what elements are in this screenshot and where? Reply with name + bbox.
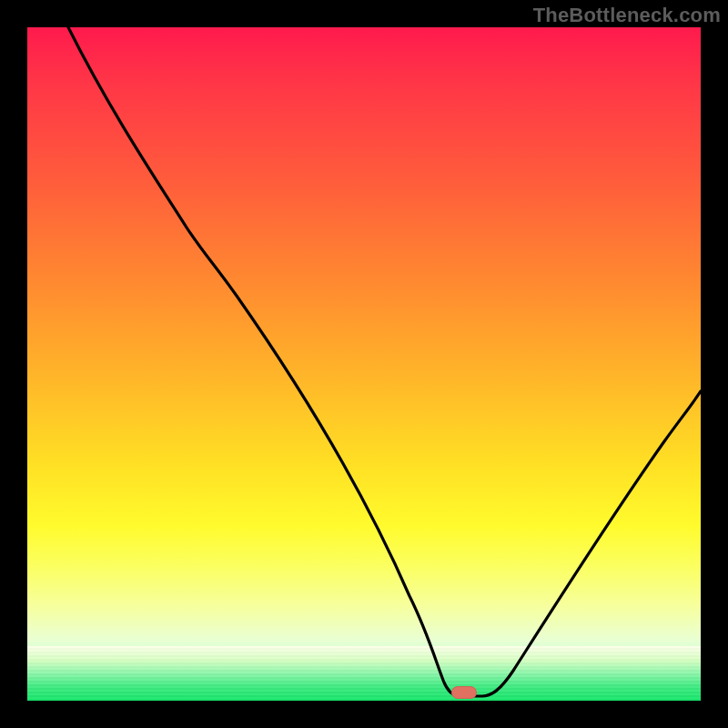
minimum-marker [451, 686, 477, 699]
watermark-text: TheBottleneck.com [533, 4, 721, 27]
plot-area [27, 27, 701, 701]
curve-path [68, 27, 701, 696]
chart-frame: TheBottleneck.com [0, 0, 728, 728]
bottleneck-curve [27, 27, 701, 701]
